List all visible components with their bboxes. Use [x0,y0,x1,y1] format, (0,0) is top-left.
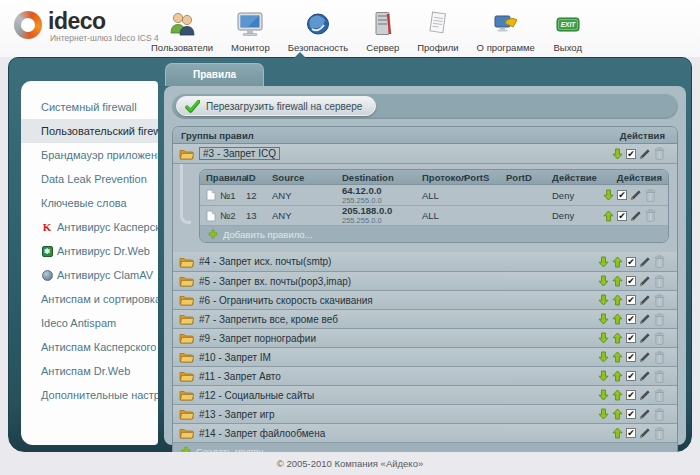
rule-row[interactable]: №213ANY205.188.0.0255.255.0.0ALLDeny✔ [200,205,668,225]
sidebar-item[interactable]: Ключевые слова [21,191,158,215]
delete-trash-icon[interactable] [654,427,665,440]
enabled-checkbox[interactable]: ✔ [626,390,636,400]
delete-trash-icon[interactable] [654,332,665,345]
delete-trash-icon[interactable] [654,389,665,402]
enabled-checkbox[interactable]: ✔ [626,352,636,362]
folder-icon[interactable] [179,389,194,401]
edit-pencil-icon[interactable] [639,313,651,325]
enabled-checkbox[interactable]: ✔ [626,409,636,419]
group-row[interactable]: #5 - Запрет вх. почты(pop3,imap)✔ [173,271,677,290]
sidebar-item[interactable]: Антиспам Dr.Web [21,359,158,383]
nav-item-profiles[interactable]: Профили [408,7,467,53]
edit-pencil-icon[interactable] [639,294,651,306]
group-row[interactable]: #10 - Запрет IM✔ [173,347,677,366]
move-up-icon[interactable] [612,389,623,401]
move-up-icon[interactable] [612,275,623,287]
group-row[interactable]: #12 - Социальные сайты✔ [173,385,677,404]
sidebar-item[interactable]: Системный firewall [21,95,158,119]
folder-icon[interactable] [179,256,194,268]
group-row[interactable]: #4 - Запрет исх. почты(smtp)✔ [173,252,677,271]
delete-trash-icon[interactable] [654,255,665,268]
edit-pencil-icon[interactable] [639,427,651,439]
move-down-icon[interactable] [598,370,609,382]
nav-item-monitor[interactable]: Монитор [222,7,279,53]
sidebar-item[interactable]: Дополнительные настройки [21,383,158,407]
nav-item-server[interactable]: Сервер [357,7,408,53]
move-down-icon[interactable] [612,148,623,160]
move-down-icon[interactable] [598,294,609,306]
group-row[interactable]: #11 - Запрет Авто✔ [173,366,677,385]
edit-pencil-icon[interactable] [630,210,642,222]
move-up-icon[interactable] [612,427,623,439]
group-row[interactable]: #13 - Запрет игр✔ [173,404,677,423]
reload-firewall-button[interactable]: Перезагрузить firewall на сервере [176,96,376,116]
sidebar-item[interactable]: Антивирус ClamAV [21,263,158,287]
move-down-icon[interactable] [603,189,614,201]
edit-pencil-icon[interactable] [639,408,651,420]
group-row[interactable]: #6 - Ограничить скорость скачивания✔ [173,290,677,309]
sidebar-item[interactable]: Data Leak Prevention [21,167,158,191]
delete-trash-icon[interactable] [654,313,665,326]
edit-pencil-icon[interactable] [639,332,651,344]
sidebar-item[interactable]: Ideco Antispam [21,311,158,335]
sidebar-item[interactable]: Антиспам и сортировка [21,287,158,311]
enabled-checkbox[interactable]: ✔ [626,257,636,267]
folder-icon[interactable] [179,313,194,325]
move-down-icon[interactable] [598,275,609,287]
sidebar-item[interactable]: Брандмауэр приложений [21,143,158,167]
delete-trash-icon[interactable] [654,275,665,288]
enabled-checkbox[interactable]: ✔ [626,276,636,286]
move-down-icon[interactable] [598,408,609,420]
tab-rules[interactable]: Правила [165,63,264,86]
delete-trash-icon[interactable] [654,147,665,160]
move-up-icon[interactable] [612,351,623,363]
enabled-checkbox[interactable]: ✔ [617,211,627,221]
folder-icon[interactable] [179,370,194,382]
edit-pencil-icon[interactable] [639,148,651,160]
folder-icon[interactable] [179,351,194,363]
nav-item-about[interactable]: О программе [468,7,544,53]
move-up-icon[interactable] [603,210,614,222]
enabled-checkbox[interactable]: ✔ [617,190,627,200]
delete-trash-icon[interactable] [654,370,665,383]
folder-icon[interactable] [179,332,194,344]
edit-pencil-icon[interactable] [630,189,642,201]
edit-pencil-icon[interactable] [639,389,651,401]
edit-pencil-icon[interactable] [639,370,651,382]
group-row-expanded[interactable]: #3 - Запрет ICQ✔ [173,144,677,163]
nav-item-exit[interactable]: EXITВыход [544,7,592,53]
move-down-icon[interactable] [598,256,609,268]
enabled-checkbox[interactable]: ✔ [626,371,636,381]
move-down-icon[interactable] [598,313,609,325]
edit-pencil-icon[interactable] [639,275,651,287]
delete-trash-icon[interactable] [654,294,665,307]
folder-icon[interactable] [179,275,194,287]
group-row[interactable]: #9 - Запрет порнографии✔ [173,328,677,347]
group-row[interactable]: #14 - Запрет файлообмена✔ [173,423,677,442]
move-up-icon[interactable] [612,408,623,420]
folder-icon[interactable] [179,408,194,420]
delete-trash-icon[interactable] [654,351,665,364]
move-up-icon[interactable] [612,256,623,268]
folder-icon[interactable] [179,294,194,306]
move-up-icon[interactable] [612,332,623,344]
sidebar-item[interactable]: KАнтивирус Касперского [21,215,158,239]
edit-pencil-icon[interactable] [639,351,651,363]
enabled-checkbox[interactable]: ✔ [626,428,636,438]
folder-icon[interactable] [179,427,194,439]
folder-icon[interactable] [179,148,194,160]
enabled-checkbox[interactable]: ✔ [626,314,636,324]
delete-trash-icon[interactable] [645,189,656,202]
move-down-icon[interactable] [598,351,609,363]
sidebar-item[interactable]: Антиспам Касперского [21,335,158,359]
enabled-checkbox[interactable]: ✔ [626,295,636,305]
enabled-checkbox[interactable]: ✔ [626,333,636,343]
sidebar-item[interactable]: ✱Антивирус Dr.Web [21,239,158,263]
move-up-icon[interactable] [612,294,623,306]
edit-pencil-icon[interactable] [639,256,651,268]
enabled-checkbox[interactable]: ✔ [626,149,636,159]
move-up-icon[interactable] [612,313,623,325]
move-down-icon[interactable] [598,389,609,401]
group-row[interactable]: #7 - Запретить все, кроме веб✔ [173,309,677,328]
move-down-icon[interactable] [598,332,609,344]
